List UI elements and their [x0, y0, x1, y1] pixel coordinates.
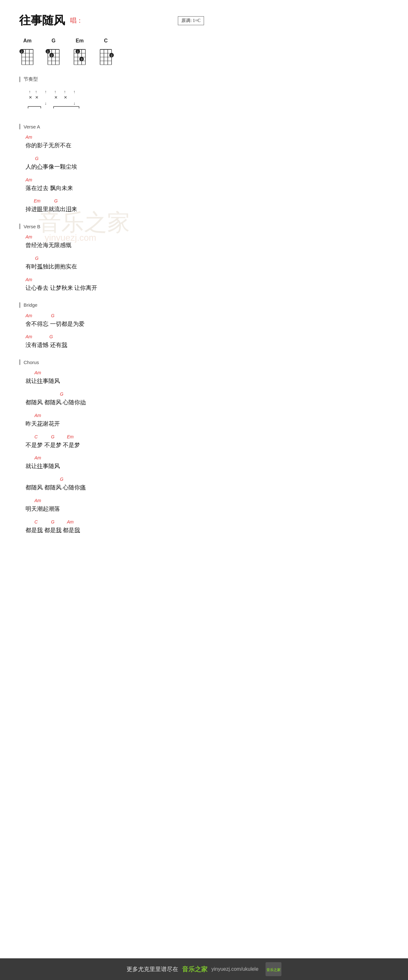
footer-text-2: 音乐之家 — [182, 965, 208, 974]
title-row: 往事随风 唱： 原调: 1=C — [19, 13, 204, 29]
lyric-line-4: Em G 掉进眼里就流出泪来 — [25, 198, 204, 214]
lyric-text-16: 明天潮起潮落 — [25, 504, 204, 514]
chord-g-4: G — [51, 313, 54, 318]
chord-c: C 2 — [98, 38, 114, 67]
svg-text:✕: ✕ — [64, 95, 67, 100]
chord-am-6: Am — [25, 334, 32, 339]
chord-g-6: G — [60, 391, 64, 397]
lyric-line-9: Am G 没有遗憾 还有我 — [25, 334, 204, 350]
lyric-line-1: Am 你的影子无所不在 — [25, 135, 204, 150]
chord-am-label: Am — [23, 38, 32, 44]
svg-text:↑: ↑ — [64, 89, 66, 94]
chord-am: Am 2 — [19, 38, 36, 67]
chord-am-2: Am — [25, 177, 32, 183]
chord-am-4: Am — [25, 277, 32, 282]
lyric-text-17: 都是我 都是我 都是我 — [25, 526, 204, 535]
lyric-line-11: G 都随风 都随风 心随你动 — [25, 391, 204, 407]
chord-em-1: Em — [34, 198, 40, 204]
svg-text:3: 3 — [81, 58, 82, 61]
chord-am-5: Am — [25, 313, 32, 318]
lyric-line-17: C G Am 都是我 都是我 都是我 — [25, 519, 204, 535]
lyric-text-8: 舍不得忘 一切都是为爱 — [25, 320, 204, 329]
lyric-text-9: 没有遗憾 还有我 — [25, 340, 204, 350]
chord-am-10: Am — [35, 498, 41, 503]
lyric-line-3: Am 落在过去 飘向未来 — [25, 177, 204, 193]
footer-text-1: 更多尤克里里谱尽在 — [127, 965, 178, 973]
svg-text:✕: ✕ — [29, 95, 32, 100]
lyric-text-6: 有时孤独比拥抱实在 — [25, 262, 204, 271]
lyric-line-13: C G Em 不是梦 不是梦 不是梦 — [25, 434, 204, 450]
rhythm-label: 节奏型 — [19, 76, 204, 82]
bridge-label: Bridge — [19, 302, 204, 308]
svg-text:音乐之家: 音乐之家 — [267, 968, 281, 972]
chord-am-8: Am — [35, 413, 41, 418]
chord-c-1: C — [35, 434, 38, 440]
svg-text:↑: ↑ — [29, 89, 31, 94]
chord-c-label: C — [104, 38, 108, 44]
lyric-line-15: G 都随风 都随风 心随你痛 — [25, 477, 204, 492]
svg-text:↓: ↓ — [73, 101, 76, 105]
lyric-line-10: Am 就让往事随风 — [25, 370, 204, 386]
chord-g: G 1 2 — [45, 38, 62, 67]
lyric-text-14: 就让往事随风 — [25, 461, 204, 471]
lyric-line-12: Am 昨天花谢花开 — [25, 413, 204, 428]
chord-g-3: G — [35, 256, 38, 261]
svg-text:✕: ✕ — [54, 95, 58, 100]
lyric-text-4: 掉进眼里就流出泪来 — [25, 205, 204, 214]
lyric-text-5: 曾经沧海无限感慨 — [25, 241, 204, 250]
lyric-text-1: 你的影子无所不在 — [25, 141, 204, 150]
lyric-text-13: 不是梦 不是梦 不是梦 — [25, 441, 204, 450]
svg-text:2: 2 — [51, 54, 52, 57]
svg-text:✕: ✕ — [35, 95, 38, 100]
lyric-text-10: 就让往事随风 — [25, 377, 204, 386]
svg-text:2: 2 — [111, 54, 112, 57]
lyric-text-11: 都随风 都随风 心随你动 — [25, 398, 204, 407]
chord-am-11: Am — [67, 519, 74, 525]
chord-g-5: G — [49, 334, 53, 339]
footer-logo-icon: 音乐之家 — [265, 962, 281, 976]
chord-g-8: G — [60, 477, 64, 482]
chord-em-label: Em — [76, 38, 84, 44]
lyric-line-14: Am 就让往事随风 — [25, 455, 204, 471]
footer-text-3: yinyuezj.com/ukulele — [211, 966, 259, 972]
svg-text:↑: ↑ — [73, 89, 76, 94]
chord-am-9: Am — [35, 455, 41, 461]
chorus-label: Chorus — [19, 359, 204, 365]
chord-em: Em 1 3 — [71, 38, 88, 67]
bridge-section: Bridge Am G 舍不得忘 一切都是为爱 Am G 没有遗憾 还有我 — [19, 302, 204, 350]
lyric-text-3: 落在过去 飘向未来 — [25, 184, 204, 193]
sing-label: 唱： — [70, 16, 83, 25]
lyric-line-2: G 人的心事像一颗尘埃 — [25, 156, 204, 172]
chord-am-3: Am — [25, 234, 32, 240]
verse-a-label: Verse A — [19, 124, 204, 129]
svg-text:1: 1 — [47, 50, 48, 53]
footer: 更多尤克里里谱尽在 音乐之家 yinyuezj.com/ukulele 音乐之家 — [0, 958, 408, 980]
verse-a-section: Verse A Am 你的影子无所不在 G 人的心事像一颗尘埃 Am 落在过去 … — [19, 124, 204, 214]
lyric-line-8: Am G 舍不得忘 一切都是为爱 — [25, 313, 204, 329]
chord-am-7: Am — [35, 370, 41, 375]
svg-text:↑: ↑ — [35, 89, 37, 94]
svg-text:1: 1 — [77, 50, 78, 53]
chord-g-1: G — [35, 156, 38, 161]
lyric-text-12: 昨天花谢花开 — [25, 419, 204, 428]
lyric-text-15: 都随风 都随风 心随你痛 — [25, 483, 204, 492]
svg-text:↑: ↑ — [54, 89, 56, 94]
chord-g-2: G — [54, 198, 58, 204]
chord-g-9: G — [51, 519, 54, 525]
lyric-line-5: Am 曾经沧海无限感慨 — [25, 234, 204, 250]
song-title: 往事随风 — [19, 13, 65, 29]
lyric-text-7: 让心春去 让梦秋来 让你离开 — [25, 283, 204, 293]
chord-g-label: G — [52, 38, 56, 44]
verse-b-label: Verse B — [19, 223, 204, 229]
lyric-line-6: G 有时孤独比拥抱实在 — [25, 256, 204, 271]
svg-text:↓: ↓ — [44, 101, 47, 105]
chord-g-7: G — [51, 434, 54, 440]
svg-text:2: 2 — [21, 50, 22, 53]
rhythm-diagram: ↑ ↑ ↑ ↑ ↑ ↑ ✕ ✕ ✕ ✕ ↓ ↓ — [25, 88, 204, 114]
rhythm-section: 节奏型 ↑ ↑ ↑ ↑ ↑ ↑ ✕ ✕ ✕ ✕ ↓ ↓ — [19, 76, 204, 114]
verse-b-section: Verse B Am 曾经沧海无限感慨 G 有时孤独比拥抱实在 Am 让心春去 … — [19, 223, 204, 292]
svg-text:↑: ↑ — [44, 89, 47, 94]
chorus-section: Chorus Am 就让往事随风 G 都随风 都随风 心随你动 Am 昨天花谢花… — [19, 359, 204, 535]
lyric-line-7: Am 让心春去 让梦秋来 让你离开 — [25, 277, 204, 293]
chord-c-2: C — [35, 519, 38, 525]
